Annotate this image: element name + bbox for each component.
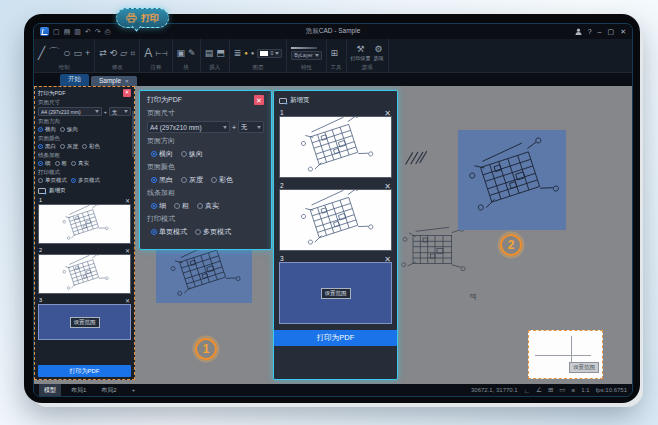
radio-line-real[interactable]: 真实 [197, 201, 219, 211]
rotate-tool-icon[interactable] [110, 49, 118, 58]
polar-tracking-icon[interactable]: ∠ [536, 386, 542, 394]
page-cell[interactable]: 2 ✕ [38, 247, 131, 294]
delete-page-icon[interactable]: ✕ [384, 255, 391, 264]
page-size-extra-select[interactable]: 无 [109, 107, 131, 116]
radio-line-thick[interactable]: 粗 [55, 160, 68, 167]
help-icon[interactable]: ? [588, 28, 592, 35]
set-range-button[interactable]: 设置范围 [70, 317, 100, 328]
radio-portrait[interactable]: 纵向 [60, 126, 78, 133]
scale-indicator[interactable]: 1:1 [581, 387, 589, 393]
toolbox-icon[interactable] [331, 49, 339, 58]
radio-color[interactable]: 彩色 [82, 143, 100, 150]
workspace-icon[interactable]: ▭ [559, 386, 565, 394]
radio-line-thick[interactable]: 粗 [174, 201, 189, 211]
radio-multi-page[interactable]: 多页模式 [195, 227, 231, 237]
page-size-label: 页面尺寸 [38, 99, 131, 106]
layer-properties-icon[interactable] [234, 49, 242, 58]
radio-gray[interactable]: 灰度 [181, 175, 203, 185]
trim-tool-icon[interactable] [120, 49, 127, 58]
close-button[interactable]: ✕ [620, 28, 626, 36]
tab-layout2[interactable]: 布局2 [96, 384, 121, 396]
delete-page-icon[interactable]: ✕ [384, 109, 391, 118]
arc-tool-icon[interactable] [48, 47, 60, 59]
circle-tool-icon[interactable] [63, 47, 70, 59]
radio-landscape[interactable]: 横向 [151, 149, 173, 159]
radio-bw[interactable]: 黑白 [151, 175, 173, 185]
add-page-button[interactable]: 新增页 [279, 96, 392, 105]
radio-line-thin[interactable]: 细 [38, 160, 51, 167]
page-cell[interactable]: 2 ✕ [279, 182, 392, 251]
close-dialog-button[interactable]: ✕ [254, 95, 264, 105]
array-tool-icon[interactable] [130, 49, 135, 58]
redo-icon[interactable]: ↷ [95, 28, 101, 35]
delete-page-icon[interactable]: ✕ [125, 197, 130, 204]
print-icon[interactable]: ⎙ [105, 28, 111, 35]
line-tool-icon[interactable] [38, 47, 45, 59]
radio-single-page[interactable]: 单页模式 [38, 177, 67, 184]
grid-snap-icon[interactable]: ⊞ [548, 386, 553, 394]
tab-sample[interactable]: Sample × [91, 76, 137, 86]
point-tool-icon[interactable] [85, 49, 90, 58]
radio-multi-page[interactable]: 多页模式 [71, 177, 100, 184]
layer-select[interactable]: 0 [257, 49, 282, 58]
attach-image-icon[interactable] [216, 49, 225, 58]
ortho-icon[interactable]: ∟ [524, 387, 530, 394]
tab-layout1[interactable]: 布局1 [66, 384, 91, 396]
radio-bw[interactable]: 黑白 [38, 143, 56, 150]
mtext-tool-icon[interactable] [144, 47, 152, 59]
radio-portrait[interactable]: 纵向 [181, 149, 203, 159]
options-button[interactable]: 选项 [374, 45, 384, 61]
delete-page-icon[interactable]: ✕ [125, 297, 130, 304]
radio-color[interactable]: 彩色 [211, 175, 233, 185]
window-title: 浩辰CAD - Sample [34, 27, 632, 36]
set-range-button[interactable]: 设置范围 [321, 288, 351, 299]
panel-scrollbar[interactable] [132, 111, 134, 157]
insert-block-icon[interactable] [177, 49, 186, 58]
print-pdf-button[interactable]: 打印为PDF [38, 365, 131, 377]
page-cell-selected[interactable]: 3 ✕ 设置范围 [279, 255, 392, 324]
edit-block-icon[interactable] [188, 49, 196, 58]
save-icon[interactable]: ▥ [74, 28, 81, 35]
add-page-button[interactable]: 新增页 [38, 187, 131, 194]
radio-line-real[interactable]: 真实 [71, 160, 89, 167]
print-pdf-button[interactable]: 打印为PDF [274, 330, 397, 346]
layer-freeze-icon[interactable]: ● [251, 50, 255, 56]
radio-gray[interactable]: 灰度 [60, 143, 78, 150]
page-size-select[interactable]: A4 (297x210 mm) [38, 107, 102, 116]
rectangle-tool-icon[interactable] [73, 49, 82, 58]
minimize-button[interactable]: – [598, 28, 602, 35]
radio-line-thin[interactable]: 细 [151, 201, 166, 211]
print-setup-button[interactable]: 打印设置 [351, 45, 371, 61]
selected-plot-area-1[interactable] [156, 241, 252, 303]
delete-page-icon[interactable]: ✕ [384, 182, 391, 191]
add-layout-button[interactable]: + [127, 384, 141, 396]
move-tool-icon[interactable] [99, 49, 107, 58]
page-size-select[interactable]: A4 (297x210 mm) [147, 121, 230, 133]
radio-landscape[interactable]: 横向 [38, 126, 56, 133]
page-size-extra-select[interactable]: 无 [238, 121, 264, 133]
user-icon[interactable] [575, 28, 582, 35]
delete-page-icon[interactable]: ✕ [125, 247, 130, 254]
tab-model[interactable]: 模型 [39, 384, 61, 396]
page-cell[interactable]: 1 ✕ [279, 109, 392, 178]
lineweight-icon[interactable]: ≡ [572, 387, 576, 394]
new-file-icon[interactable]: ▢ [53, 28, 60, 35]
page-cell-selected[interactable]: 3 ✕ 设置范围 [38, 297, 131, 340]
maximize-button[interactable]: ▢ [608, 28, 615, 36]
set-range-badge[interactable]: 设置范围 [569, 362, 599, 373]
close-panel-button[interactable]: ✕ [123, 89, 131, 97]
dimension-tool-icon[interactable] [155, 49, 167, 58]
selected-plot-area-2[interactable] [458, 130, 566, 230]
page-cell[interactable]: 1 ✕ [38, 197, 131, 244]
color-select[interactable]: ByLayer [291, 51, 321, 60]
tab-start[interactable]: 开始 [60, 74, 89, 86]
close-tab-icon[interactable]: × [125, 78, 129, 84]
xref-icon[interactable] [205, 49, 214, 58]
layer-on-icon[interactable]: ● [244, 50, 248, 56]
print-tooltip: 打印 [116, 8, 169, 28]
drawing-canvas[interactable]: rq 1 2 设置范围 [34, 86, 632, 384]
radio-single-page[interactable]: 单页模式 [151, 227, 187, 237]
open-file-icon[interactable]: ▤ [64, 28, 71, 35]
ribbon-group-tools: 工具 [327, 39, 347, 72]
undo-icon[interactable]: ↶ [85, 28, 91, 35]
